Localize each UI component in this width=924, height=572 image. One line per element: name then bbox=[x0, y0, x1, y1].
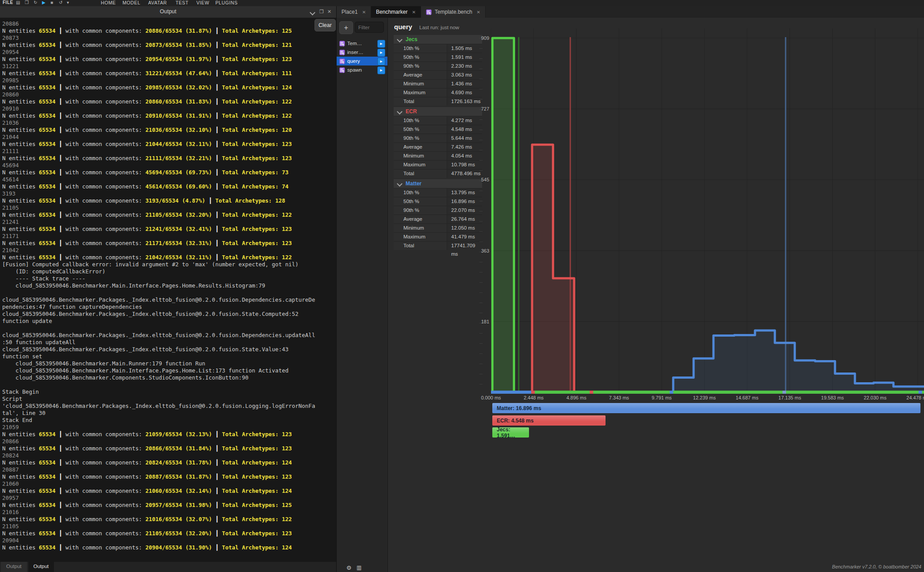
console-line-count: 20886 bbox=[2, 20, 336, 27]
console-line-count: 21111 bbox=[2, 148, 336, 155]
tab-label: Benchmarker bbox=[376, 9, 407, 15]
stats-row: Maximum41.479 ms bbox=[394, 232, 482, 241]
console-line-count: 21060 bbox=[2, 480, 336, 488]
console-line-error: [Fusion] Computed callback error: invali… bbox=[2, 261, 336, 268]
console[interactable]: 20886N entities 65534 ┃ with common comp… bbox=[0, 18, 336, 562]
ribbon-tab-test[interactable]: TEST bbox=[176, 0, 188, 5]
run-benchmark-button[interactable]: ▶ bbox=[377, 58, 385, 65]
ribbon-tab-avatar[interactable]: AVATAR bbox=[148, 0, 167, 5]
console-line-error: tal', Line 30 bbox=[2, 410, 336, 417]
benchmark-item-query[interactable]: query▶ bbox=[337, 57, 387, 65]
console-line-entities: N entities 65534 ┃ with common component… bbox=[2, 488, 336, 495]
output-dock-tab[interactable]: Output bbox=[28, 562, 54, 572]
undo-icon[interactable]: ↺ bbox=[59, 0, 62, 6]
stats-row-label: Maximum bbox=[394, 233, 447, 241]
chart-panel-icon[interactable]: ▥ bbox=[357, 564, 361, 571]
console-line-count: 21241 bbox=[2, 219, 336, 226]
dropdown-caret-icon[interactable]: ▾ bbox=[67, 0, 69, 6]
benchmark-item-inser[interactable]: inser…▶ bbox=[337, 48, 387, 57]
console-line-entities: N entities 65534 ┃ with common component… bbox=[2, 169, 336, 176]
run-benchmark-button[interactable]: ▶ bbox=[377, 66, 385, 74]
stats-table: Jecs10th %1.505 ms50th %1.591 ms90th %2.… bbox=[394, 34, 482, 250]
tab-close-icon[interactable]: ✕ bbox=[477, 10, 480, 15]
ribbon-tab-home[interactable]: HOME bbox=[101, 0, 116, 5]
console-line-count: 21105 bbox=[2, 523, 336, 530]
stats-row-value: 1.436 ms bbox=[447, 80, 482, 88]
file-menu[interactable]: FILE bbox=[3, 0, 13, 5]
export-icon[interactable]: ❐ bbox=[25, 0, 29, 6]
console-line-error: 'cloud_5853950046.Benchmarker.Packages._… bbox=[2, 403, 336, 410]
x-axis-label: 19.583 ms bbox=[816, 395, 849, 400]
close-icon[interactable]: ✕ bbox=[327, 9, 331, 15]
console-line-count: 20860 bbox=[2, 91, 336, 98]
y-axis-label: 181 bbox=[471, 319, 489, 324]
play-icon[interactable]: ▶ bbox=[42, 0, 46, 6]
console-line-error: (ID: computedCallbackError) bbox=[2, 268, 336, 275]
ribbon-tab-plugins[interactable]: PLUGINS bbox=[215, 0, 238, 5]
console-line-count: 21036 bbox=[2, 119, 336, 127]
console-line-error: cloud_5853950046.Benchmarker.Main.Interf… bbox=[2, 282, 336, 289]
console-line-entities: N entities 65534 ┃ with common component… bbox=[2, 502, 336, 509]
stats-row-value: 4.690 ms bbox=[447, 88, 482, 97]
legend-bar-label: ECR: 4.548 ms bbox=[497, 418, 533, 424]
ribbon-tab-view[interactable]: VIEW bbox=[196, 0, 209, 5]
console-line-error bbox=[2, 381, 336, 388]
tab-benchmarker[interactable]: Benchmarker✕ bbox=[371, 6, 421, 18]
benchmark-item-Tem[interactable]: Tem…▶ bbox=[337, 39, 387, 48]
y-axis-label: 363 bbox=[471, 248, 489, 253]
console-line-error: cloud_5853950046.Benchmarker.Main.Runner… bbox=[2, 360, 336, 367]
console-line-error: cloud_5853950046.Benchmarker.Main.Interf… bbox=[2, 367, 336, 374]
x-axis-label: 17.135 ms bbox=[774, 395, 806, 400]
filter-input[interactable]: Filter bbox=[355, 22, 384, 33]
refresh-icon[interactable]: ↻ bbox=[34, 0, 37, 6]
stats-row-value: 26.764 ms bbox=[447, 215, 482, 223]
tab-template-bench[interactable]: Template.bench✕ bbox=[421, 6, 486, 18]
stats-row: Minimum1.436 ms bbox=[394, 79, 482, 88]
stats-row: 50th %1.591 ms bbox=[394, 53, 482, 61]
console-line-error: Script bbox=[2, 395, 336, 403]
stats-row-value: 4.548 ms bbox=[447, 125, 482, 134]
console-line-count: 31221 bbox=[2, 63, 336, 70]
stats-row: 50th %16.896 ms bbox=[394, 197, 482, 206]
y-axis-minor-ticks bbox=[479, 38, 483, 392]
stats-row-value: 22.070 ms bbox=[447, 206, 482, 215]
stats-row-label: Minimum bbox=[394, 152, 447, 160]
clear-button[interactable]: Clear bbox=[314, 19, 336, 31]
stats-section-header-jecs[interactable]: Jecs bbox=[394, 35, 482, 44]
benchmark-item-spawn[interactable]: spawn▶ bbox=[337, 65, 387, 74]
stats-row: 90th %5.644 ms bbox=[394, 134, 482, 142]
console-line-entities: N entities 65534 ┃ with common component… bbox=[2, 197, 336, 204]
stats-section-header-ecr[interactable]: ECR bbox=[394, 107, 482, 116]
output-dock-tab[interactable]: Output bbox=[1, 562, 27, 572]
console-line-error: cloud_5853950046.Benchmarker.Components.… bbox=[2, 374, 336, 381]
console-line-entities: N entities 65534 ┃ with common component… bbox=[2, 98, 336, 105]
dock-icon[interactable]: ❐ bbox=[319, 9, 324, 15]
tab-close-icon[interactable]: ✕ bbox=[412, 10, 415, 15]
clipboard-icon[interactable]: ▤ bbox=[16, 0, 20, 6]
ribbon-tab-model[interactable]: MODEL bbox=[123, 0, 140, 5]
stats-row-value: 4.272 ms bbox=[447, 116, 482, 125]
benchmark-item-label: query bbox=[347, 58, 360, 64]
console-line-error bbox=[2, 289, 336, 296]
bench-script-icon bbox=[339, 67, 345, 73]
console-line-count: 3193 bbox=[2, 190, 336, 197]
collapse-chevron-icon[interactable] bbox=[311, 10, 314, 16]
stats-row-value: 3.063 ms bbox=[447, 71, 482, 79]
add-benchmark-button[interactable]: + bbox=[339, 21, 353, 34]
stats-row-value: 7.426 ms bbox=[447, 143, 482, 151]
stop-icon[interactable]: ■ bbox=[50, 0, 53, 6]
stats-row-value: 13.795 ms bbox=[447, 188, 482, 197]
last-run-label: Last run: just now bbox=[419, 25, 459, 30]
tab-place1[interactable]: Place1✕ bbox=[337, 6, 371, 18]
tab-close-icon[interactable]: ✕ bbox=[362, 10, 366, 15]
console-line-error: pendencies:47 function captureDependenci… bbox=[2, 303, 336, 311]
y-axis-label: 545 bbox=[471, 177, 489, 182]
run-benchmark-button[interactable]: ▶ bbox=[377, 49, 385, 57]
console-line-count: 20985 bbox=[2, 77, 336, 84]
y-axis-label: 727 bbox=[471, 106, 489, 111]
stats-section-header-matter[interactable]: Matter bbox=[394, 179, 482, 188]
settings-gear-icon[interactable]: ⚙ bbox=[346, 564, 352, 571]
run-benchmark-button[interactable]: ▶ bbox=[377, 40, 385, 48]
bench-script-icon bbox=[339, 41, 345, 46]
console-line-error: Stack End bbox=[2, 417, 336, 424]
